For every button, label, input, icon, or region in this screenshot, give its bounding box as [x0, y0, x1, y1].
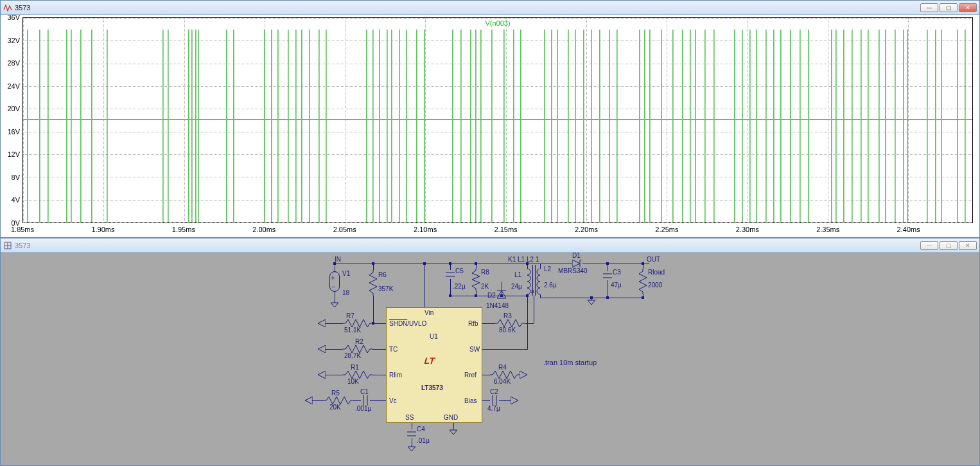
r8-val: 2K [481, 283, 489, 290]
ground-icon [588, 298, 595, 306]
x-tick: 2.40ms [897, 226, 920, 233]
svg-marker-16 [450, 430, 457, 435]
resistor-rload[interactable] [639, 269, 647, 296]
resistor-r6[interactable] [369, 270, 377, 297]
ground-icon [408, 445, 416, 453]
v1-val: 18 [342, 289, 349, 296]
pin-rref: Rref [464, 372, 477, 379]
wire [527, 296, 528, 350]
pin-rfb: Rfb [468, 320, 478, 327]
pin-shdn: SHDN/UVLO [389, 320, 426, 327]
c5-ref: C5 [455, 267, 464, 274]
x-tick: 1.90ms [91, 226, 114, 233]
schematic: IN + − V1 18 R6 357K [315, 256, 675, 465]
maximize-button[interactable]: ▢ [940, 3, 958, 12]
x-tick: 1.95ms [172, 226, 195, 233]
wire [482, 349, 527, 350]
port-arrow-icon [318, 319, 326, 328]
wire [325, 323, 343, 324]
node [642, 296, 644, 299]
coupling-dot-label: a [531, 288, 534, 294]
node [606, 296, 609, 299]
wire [335, 264, 553, 264]
x-tick: 2.00ms [252, 226, 276, 233]
svg-marker-7 [318, 371, 326, 379]
wire [335, 292, 335, 301]
wire [453, 423, 454, 428]
pin-sw: SW [469, 346, 480, 353]
y-tick: 36V [7, 13, 20, 21]
schematic-canvas[interactable]: IN + − V1 18 R6 357K [1, 253, 979, 465]
c5-val: .22µ [453, 283, 466, 290]
wire [372, 349, 386, 350]
resistor-r8[interactable] [472, 269, 480, 292]
c3-val: 47µ [611, 282, 622, 289]
wire [325, 349, 343, 350]
l1-ref: L1 [514, 271, 521, 278]
k-statement: K1 L1 L2 1 [508, 256, 539, 263]
r7-ref: R7 [346, 312, 354, 319]
c2-val: 4.7µ [487, 405, 500, 412]
x-tick: 2.10ms [414, 226, 437, 233]
c2-ref: C2 [490, 388, 498, 395]
svg-marker-17 [520, 371, 527, 379]
wire [499, 400, 511, 401]
close-button[interactable]: ✕ [959, 3, 977, 12]
waveform-title: 3573 [15, 4, 30, 12]
r8-ref: R8 [481, 269, 489, 276]
waveform-app-icon [3, 3, 12, 12]
minimize-button[interactable]: — [920, 3, 938, 12]
wire [535, 265, 536, 296]
r3-val: 80.6K [499, 327, 516, 334]
y-axis-ticks: 36V32V28V24V20V16V12V8V4V0V [1, 17, 21, 223]
svg-marker-20 [511, 397, 518, 404]
maximize-button[interactable]: ▢ [940, 241, 958, 250]
minimize-button[interactable]: — [920, 241, 938, 250]
plot-area[interactable]: 36V32V28V24V20V16V12V8V4V0V V(n003) 1.85… [1, 15, 979, 237]
svg-marker-31 [588, 300, 595, 305]
wire [582, 264, 649, 264]
wire [534, 298, 534, 323]
svg-marker-14 [408, 447, 416, 451]
waveform-trace [23, 18, 972, 222]
x-tick: 1.85ms [11, 226, 34, 233]
c4-val: .01µ [417, 437, 430, 444]
pin-vin: Vin [424, 309, 433, 316]
wire [527, 264, 528, 269]
pin-vc: Vc [389, 397, 397, 404]
waveform-titlebar[interactable]: 3573 — ▢ ✕ [1, 1, 979, 15]
wire [372, 375, 386, 375]
x-tick: 2.05ms [333, 226, 356, 233]
wire [373, 264, 374, 270]
waveform-window: 3573 — ▢ ✕ 36V32V28V24V20V16V12V8V4V0V V… [0, 0, 980, 238]
r2-ref: R2 [355, 338, 363, 345]
wire [482, 400, 490, 401]
r3-ref: R3 [503, 312, 512, 319]
net-label-out[interactable]: OUT [647, 256, 660, 263]
port-arrow-icon [511, 397, 518, 406]
node [449, 294, 451, 297]
schematic-titlebar[interactable]: 3573 — ▢ ✕ [1, 238, 979, 253]
inductor-l2[interactable] [536, 269, 544, 297]
schematic-window: 3573 — ▢ ✕ IN + − V1 18 [0, 238, 980, 466]
wire [312, 400, 324, 401]
svg-marker-10 [305, 397, 313, 404]
y-tick: 20V [7, 105, 20, 112]
wire [353, 400, 361, 401]
y-tick: 8V [12, 174, 20, 181]
trace-label[interactable]: V(n003) [485, 19, 510, 27]
inductor-l1[interactable] [523, 269, 531, 297]
plot-inner[interactable]: V(n003) [22, 17, 973, 223]
schematic-app-icon [3, 241, 12, 250]
r5-ref: R5 [331, 390, 340, 397]
y-tick: 16V [7, 128, 20, 136]
x-axis-ticks: 1.85ms1.90ms1.95ms2.00ms2.05ms2.10ms2.15… [22, 224, 973, 237]
r1-val: 10K [347, 378, 359, 385]
r4-val: 6.04K [494, 378, 511, 385]
wire [476, 264, 477, 269]
r6-ref: R6 [378, 271, 387, 278]
spice-directive[interactable]: .tran 10m startup [543, 359, 597, 366]
svg-marker-4 [331, 303, 338, 307]
wire [370, 400, 376, 401]
close-button[interactable]: ✕ [959, 241, 977, 250]
